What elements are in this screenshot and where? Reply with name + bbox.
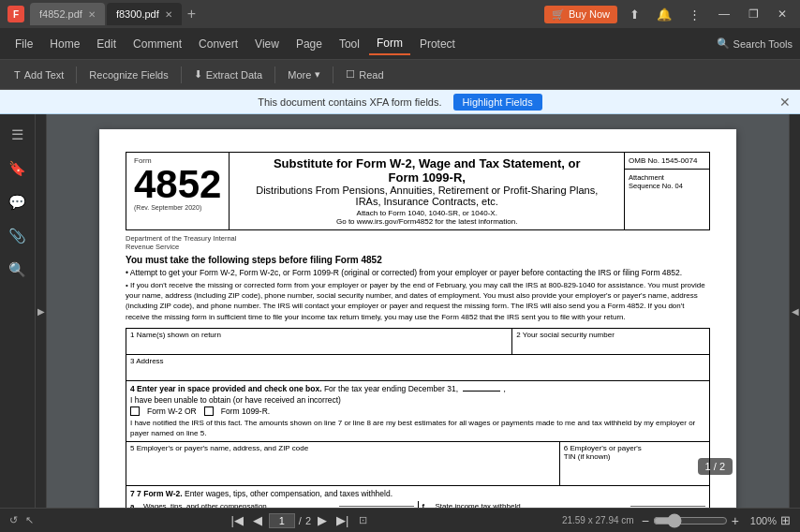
tab-f8300[interactable]: f8300.pdf ✕ — [107, 3, 182, 25]
add-text-button[interactable]: T Add Text — [7, 66, 70, 83]
field-5-input — [130, 452, 556, 475]
extract-data-button[interactable]: ⬇ Extract Data — [187, 66, 270, 83]
omb-box: OMB No. 1545-0074 Attachment Sequence No… — [625, 153, 709, 229]
menu-edit[interactable]: Edit — [89, 34, 124, 54]
field-7-num: 7 — [130, 489, 135, 498]
add-tab-button[interactable]: + — [184, 6, 200, 22]
attach-to: Attach to Form 1040, 1040-SR, or 1040-X. — [239, 209, 615, 217]
zoom-controls: − + 100% ⊞ — [642, 513, 791, 528]
field-row-5-6: 5 Employer's or payer's name, address, a… — [126, 441, 710, 486]
bullet-2: • If you don't receive the missing or co… — [126, 280, 710, 322]
tab-close-f4852[interactable]: ✕ — [88, 9, 96, 20]
wages-divider — [418, 501, 419, 508]
menu-page[interactable]: Page — [289, 34, 330, 54]
page-number-input[interactable] — [269, 513, 295, 528]
form-title-1: Substitute for Form W-2, Wage and Tax St… — [239, 156, 615, 170]
menu-convert[interactable]: Convert — [191, 34, 245, 54]
check-1099-label: Form 1099-R. — [221, 406, 270, 416]
buy-now-button[interactable]: 🛒 Buy Now — [544, 6, 617, 23]
zoom-slider[interactable] — [653, 513, 728, 528]
field-6-label: 6 Employer's or payer's TIN (if known) — [564, 444, 705, 461]
tab-label-f8300: f8300.pdf — [116, 8, 159, 20]
zoom-out-button[interactable]: − — [642, 513, 649, 528]
menu-comment[interactable]: Comment — [126, 34, 189, 54]
wages-right: f State income tax withheld (Name of sta… — [422, 501, 706, 508]
search-tools-container: 🔍 Search Tools — [717, 37, 793, 50]
recognize-fields-button[interactable]: Recognize Fields — [82, 66, 174, 83]
next-page-button[interactable]: ▶ — [315, 512, 330, 528]
sidebar-collapse-left[interactable]: ▶ — [36, 114, 47, 508]
highlight-fields-button[interactable]: Highlight Fields — [453, 94, 542, 111]
form-title-box: Substitute for Form W-2, Wage and Tax St… — [230, 153, 625, 229]
sidebar-icon-menu[interactable]: ☰ — [7, 122, 28, 148]
toolbar-separator-3 — [274, 66, 275, 83]
read-button[interactable]: ☐ Read — [339, 66, 390, 83]
field-1: 1 Name(s) shown on return — [126, 329, 512, 354]
field-4: 4 Enter year in space provided and check… — [126, 380, 710, 442]
menu-tool[interactable]: Tool — [332, 34, 367, 54]
fit-window-button[interactable]: ⊞ — [780, 513, 791, 527]
form-title-2: Form 1099-R, — [239, 170, 615, 185]
field-1-input — [130, 339, 508, 352]
cursor-icon[interactable]: ↖ — [25, 514, 34, 526]
menu-bar: File Home Edit Comment Convert View Page… — [0, 28, 800, 60]
rotate-left-icon[interactable]: ↺ — [9, 514, 18, 526]
fit-page-icon[interactable]: ⊡ — [359, 514, 367, 526]
xfa-close-button[interactable]: ✕ — [779, 95, 791, 110]
tab-f4852[interactable]: f4852.pdf ✕ — [30, 3, 105, 25]
field-4-text: For the tax year ending December 31, — [324, 384, 458, 393]
menu-home[interactable]: Home — [42, 34, 87, 54]
field-7-label: 7 Form W-2. — [137, 489, 182, 498]
wage-f-letter: f — [422, 502, 432, 508]
extract-icon: ⬇ — [194, 68, 202, 81]
menu-view[interactable]: View — [247, 34, 287, 54]
menu-file[interactable]: File — [7, 34, 40, 54]
field-6-input — [564, 461, 705, 483]
wage-a-label: Wages, tips, and other compensation — [140, 502, 339, 508]
zoom-in-button[interactable]: + — [732, 513, 739, 528]
title-bar-right: 🛒 Buy Now ⬆ 🔔 ⋮ — ❐ ✕ — [544, 6, 793, 23]
field-7-sub: Enter wages, tips, other compensation, a… — [185, 489, 393, 498]
tab-close-f8300[interactable]: ✕ — [165, 9, 172, 20]
share-button[interactable]: ⬆ — [625, 6, 644, 23]
prev-page-button[interactable]: ◀ — [250, 512, 265, 528]
wages-left: a Wages, tips, and other compensation b … — [130, 501, 414, 508]
page-badge: 1 / 2 — [698, 458, 733, 475]
field-3: 3 Address — [126, 354, 710, 381]
field-row-1-2: 1 Name(s) shown on return 2 Your social … — [126, 328, 710, 355]
notification-button[interactable]: 🔔 — [652, 6, 676, 23]
menu-protect[interactable]: Protect — [412, 34, 463, 54]
maximize-button[interactable]: ❐ — [743, 6, 764, 22]
more-options-button[interactable]: ⋮ — [684, 6, 705, 23]
field-4-sub: I have been unable to obtain (or have re… — [130, 395, 705, 405]
xfa-banner: This document contains XFA form fields. … — [0, 90, 800, 114]
file-info: 21.59 x 27.94 cm — [562, 515, 634, 525]
add-text-icon: T — [14, 69, 21, 81]
wage-f-label: State income tax withheld — [432, 502, 631, 508]
sidebar-icon-search[interactable]: 🔍 — [4, 257, 31, 283]
sidebar-icon-attachments[interactable]: 📎 — [4, 223, 31, 249]
checkbox-1099[interactable] — [204, 406, 214, 416]
menu-form[interactable]: Form — [369, 33, 410, 55]
form-title-4: IRAs, Insurance Contracts, etc. — [239, 196, 615, 207]
field-2-label: 2 Your social security number — [516, 331, 705, 339]
field-5: 5 Employer's or payer's name, address, a… — [126, 442, 560, 485]
last-page-button[interactable]: ▶| — [333, 512, 351, 528]
close-button[interactable]: ✕ — [772, 6, 793, 22]
sidebar-icon-bookmarks[interactable]: 🔖 — [4, 155, 31, 182]
form-number: 4852 — [134, 165, 221, 204]
pdf-area[interactable]: Form 4852 (Rev. September 2020) Substitu… — [47, 114, 789, 508]
field-2: 2 Your social security number — [512, 329, 709, 354]
first-page-button[interactable]: |◀ — [228, 512, 245, 528]
checkbox-icon: ☐ — [346, 68, 355, 81]
main-content: ☰ 🔖 💬 📎 🔍 ▶ Form 4852 (Rev. September 20… — [0, 114, 800, 508]
search-tools-label: Search Tools — [733, 38, 793, 50]
wage-row-a: a Wages, tips, and other compensation — [130, 501, 414, 508]
sidebar-collapse-right[interactable]: ◀ — [789, 114, 800, 508]
checkbox-w2[interactable] — [130, 406, 140, 416]
more-button[interactable]: More ▾ — [281, 66, 327, 83]
minimize-button[interactable]: — — [713, 6, 735, 22]
wage-a-letter: a — [130, 502, 140, 508]
sidebar-icon-comments[interactable]: 💬 — [4, 189, 31, 215]
field-4-row: 4 Enter year in space provided and check… — [130, 384, 705, 393]
